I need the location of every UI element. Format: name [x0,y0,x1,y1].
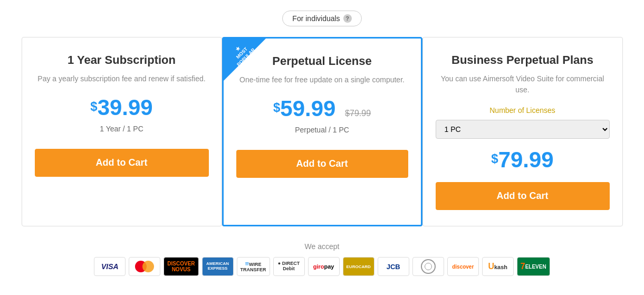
licenses-label: Number of Licenses [436,106,610,115]
help-icon[interactable]: ? [343,14,352,23]
subscription-add-to-cart-button[interactable]: Add to Cart [35,149,209,177]
perpetual-original-price: $79.99 [345,109,371,118]
perpetual-price-section: $59.99 $79.99 [236,96,408,121]
eurocard-text: EUROCARD [347,264,371,269]
perpetual-add-to-cart-button[interactable]: Add to Cart [236,150,408,178]
giropay-payment-icon: giropay [308,257,340,276]
perpetual-card: ★ MOSTPOPULAR Perpetual License One-time… [222,37,422,226]
discover2-payment-icon: discover [447,257,479,276]
direct-debit-payment-icon: ● DIRECTDebit [273,257,305,276]
seven-eleven-payment-icon: 7 ELEVEN [517,257,550,276]
amex-text: AMERICANEXPRESS [206,262,229,271]
diners-circle [421,259,436,274]
most-popular-text: ★ MOSTPOPULAR [224,39,259,70]
business-card: Business Perpetual Plans You can use Aim… [422,37,623,226]
business-dollar: $ [491,151,498,166]
ukash-payment-icon: Ukash [482,257,514,276]
most-popular-badge: ★ MOSTPOPULAR [224,39,266,81]
discover-novus-payment-icon: DISCOVERNOVUS [164,257,198,276]
subscription-price: $39.99 [90,95,152,120]
giropay-text: giropay [313,263,334,270]
perpetual-dollar: $ [273,100,280,115]
perpetual-price: $59.99 [273,96,342,121]
perpetual-period: Perpetual / 1 PC [236,126,408,134]
direct-debit-text: ● DIRECTDebit [278,261,300,272]
licenses-select[interactable]: 1 PC 2 PCs 3 PCs 5 PCs [436,120,610,139]
visa-text: VISA [101,262,119,271]
eurocard-payment-icon: EUROCARD [343,257,374,276]
payment-icons-container: VISA DISCOVERNOVUS AMERICANEXPRESS ≡WIRE… [11,257,633,276]
mc-orange-circle [142,261,154,272]
mastercard-circles [135,261,154,272]
visa-payment-icon: VISA [94,257,126,276]
tab-section: For individuals ? [11,11,633,26]
business-price: $79.99 [491,147,553,172]
subscription-description: Pay a yearly subscription fee and renew … [35,73,209,84]
seven-eleven-text: 7 [521,262,525,271]
business-title: Business Perpetual Plans [436,53,610,67]
jcb-payment-icon: JCB [378,257,409,276]
mastercard-payment-icon [129,257,160,276]
amex-payment-icon: AMERICANEXPRESS [202,257,234,276]
subscription-card: 1 Year Subscription Pay a yearly subscri… [22,37,222,226]
star-icon: ★ [224,39,251,62]
diners-payment-icon [412,257,444,276]
subscription-dollar: $ [90,99,97,114]
subscription-title: 1 Year Subscription [35,53,209,67]
for-individuals-tab[interactable]: For individuals ? [282,11,361,26]
we-accept-label: We accept [11,242,633,251]
payment-section: We accept VISA DISCOVERNOVUS AMERICANEXP… [11,242,633,276]
business-description: You can use Aimersoft Video Suite for co… [436,73,610,96]
discover2-text: discover [452,264,474,270]
ukash-text: Ukash [488,262,507,271]
diners-inner-circle [425,263,432,270]
subscription-price-section: $39.99 [35,95,209,120]
wire-transfer-payment-icon: ≡WIRETRANSFER [237,257,270,276]
pricing-cards: 1 Year Subscription Pay a yearly subscri… [11,37,633,226]
wire-transfer-text: ≡WIRETRANSFER [241,260,266,273]
jcb-text: JCB [387,263,400,271]
diners-circles [421,259,436,274]
business-add-to-cart-button[interactable]: Add to Cart [436,182,610,210]
discover-novus-text: DISCOVERNOVUS [167,261,195,272]
seven-eleven-suffix: ELEVEN [525,264,546,270]
for-individuals-label: For individuals [292,14,340,23]
business-price-section: $79.99 [436,147,610,173]
subscription-period: 1 Year / 1 PC [35,125,209,133]
